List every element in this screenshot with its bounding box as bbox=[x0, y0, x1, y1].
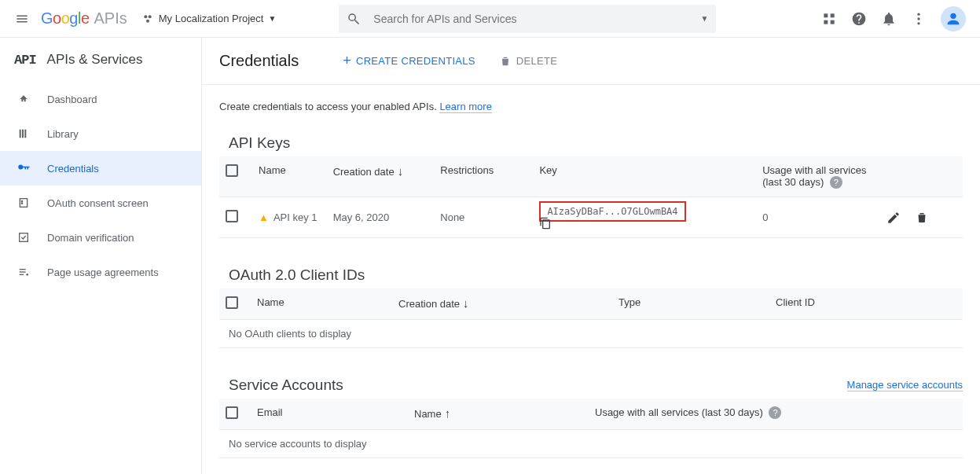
sidebar-item-label: Library bbox=[47, 128, 79, 140]
col-restrictions[interactable]: Restrictions bbox=[434, 156, 533, 197]
table-row: ▲API key 1 May 6, 2020 None AIzaSyDBaF..… bbox=[219, 197, 963, 238]
sidebar-header: API APIs & Services bbox=[0, 38, 201, 82]
key-icon bbox=[16, 160, 31, 176]
warning-icon: ▲ bbox=[259, 211, 269, 223]
svg-rect-14 bbox=[20, 199, 27, 208]
edit-icon[interactable] bbox=[886, 211, 901, 225]
sidebar-item-label: OAuth consent screen bbox=[47, 197, 149, 209]
select-all-checkbox[interactable] bbox=[226, 406, 238, 419]
col-key[interactable]: Key bbox=[533, 156, 756, 197]
svg-point-16 bbox=[21, 203, 22, 204]
content: Create credentials to access your enable… bbox=[202, 85, 980, 474]
search-icon bbox=[347, 12, 361, 26]
cell-creation: May 6, 2020 bbox=[327, 197, 435, 238]
intro-prefix: Create credentials to access your enable… bbox=[219, 101, 439, 112]
oauth-section: OAuth 2.0 Client IDs Name Creation date↓… bbox=[219, 266, 963, 348]
sidebar-item-label: Dashboard bbox=[47, 94, 97, 105]
search-dropdown-icon[interactable]: ▼ bbox=[700, 14, 708, 23]
select-all-checkbox[interactable] bbox=[226, 296, 238, 309]
learn-more-link[interactable]: Learn more bbox=[439, 101, 491, 113]
sidebar-item-credentials[interactable]: Credentials bbox=[0, 151, 201, 186]
trash-icon bbox=[499, 55, 512, 68]
row-checkbox[interactable] bbox=[226, 210, 238, 222]
col-usage[interactable]: Usage with all services (last 30 days) ? bbox=[756, 156, 880, 197]
project-icon bbox=[141, 13, 154, 25]
col-creation[interactable]: Creation date↓ bbox=[327, 156, 435, 197]
cell-name[interactable]: ▲API key 1 bbox=[252, 197, 327, 238]
svg-rect-18 bbox=[20, 269, 26, 270]
svg-rect-19 bbox=[20, 271, 26, 272]
svg-point-9 bbox=[917, 22, 919, 24]
delete-row-icon[interactable] bbox=[915, 211, 929, 225]
sidebar-item-library[interactable]: Library bbox=[0, 116, 201, 151]
svg-rect-12 bbox=[22, 130, 24, 138]
service-accounts-table: Email Name↑ Usage with all services (las… bbox=[219, 399, 963, 458]
bell-icon[interactable] bbox=[881, 11, 897, 27]
create-label: CREATE CREDENTIALS bbox=[356, 55, 475, 67]
plus-icon: + bbox=[343, 53, 351, 69]
manage-service-accounts-link[interactable]: Manage service accounts bbox=[847, 379, 963, 391]
select-all-checkbox[interactable] bbox=[226, 164, 238, 177]
help-circle-icon[interactable]: ? bbox=[830, 176, 842, 189]
api-keys-table: Name Creation date↓ Restrictions Key Usa… bbox=[219, 156, 963, 238]
avatar[interactable] bbox=[941, 6, 966, 31]
col-name[interactable]: Name↑ bbox=[408, 399, 589, 430]
col-type[interactable]: Type bbox=[612, 288, 769, 320]
sidebar-item-label: Domain verification bbox=[47, 232, 134, 244]
col-clientid[interactable]: Client ID bbox=[769, 288, 963, 320]
hamburger-icon[interactable] bbox=[6, 3, 38, 35]
sidebar: API APIs & Services Dashboard Library Cr… bbox=[0, 38, 202, 474]
sidebar-item-domain[interactable]: Domain verification bbox=[0, 220, 201, 255]
lines-icon bbox=[16, 264, 31, 280]
google-logo-text: Google bbox=[41, 9, 90, 28]
api-key-value: AIzaSyDBaF...O7GLOwmBA4 bbox=[539, 201, 685, 222]
api-keys-title: API Keys bbox=[219, 134, 290, 152]
sidebar-item-consent[interactable]: OAuth consent screen bbox=[0, 186, 201, 220]
dashboard-icon bbox=[16, 91, 31, 107]
col-name[interactable]: Name bbox=[251, 288, 392, 320]
project-name: My Localization Project bbox=[159, 13, 264, 24]
service-accounts-section: Service Accounts Manage service accounts… bbox=[219, 377, 963, 458]
library-icon bbox=[16, 126, 31, 141]
sort-up-icon: ↑ bbox=[445, 406, 451, 420]
gift-icon[interactable] bbox=[821, 11, 837, 27]
create-credentials-button[interactable]: + CREATE CREDENTIALS bbox=[343, 53, 475, 69]
top-bar: Google APIs My Localization Project ▼ ▼ bbox=[0, 0, 980, 38]
search-input[interactable] bbox=[373, 13, 700, 25]
help-icon[interactable] bbox=[851, 11, 867, 27]
col-email[interactable]: Email bbox=[251, 399, 408, 430]
intro-text: Create credentials to access your enable… bbox=[219, 101, 963, 112]
svg-point-7 bbox=[917, 13, 919, 15]
top-right-icons bbox=[821, 6, 966, 31]
service-accounts-title: Service Accounts bbox=[219, 377, 343, 394]
svg-rect-20 bbox=[20, 274, 24, 275]
oauth-title: OAuth 2.0 Client IDs bbox=[219, 266, 365, 284]
svg-rect-13 bbox=[24, 130, 26, 138]
sort-down-icon: ↓ bbox=[398, 164, 404, 178]
col-name[interactable]: Name bbox=[252, 156, 327, 197]
search-bar[interactable]: ▼ bbox=[339, 5, 716, 33]
svg-point-2 bbox=[146, 19, 149, 22]
svg-rect-3 bbox=[824, 13, 828, 17]
google-apis-logo: Google APIs bbox=[41, 9, 127, 28]
svg-point-15 bbox=[21, 200, 22, 201]
col-creation[interactable]: Creation date↓ bbox=[392, 288, 612, 320]
svg-rect-11 bbox=[20, 130, 21, 138]
svg-rect-17 bbox=[20, 233, 28, 242]
help-circle-icon[interactable]: ? bbox=[769, 406, 781, 419]
project-selector[interactable]: My Localization Project ▼ bbox=[141, 13, 277, 25]
cell-usage: 0 bbox=[756, 197, 880, 238]
page-title: Credentials bbox=[219, 52, 299, 70]
svg-rect-4 bbox=[831, 13, 835, 17]
shell: API APIs & Services Dashboard Library Cr… bbox=[0, 38, 980, 474]
svg-rect-6 bbox=[831, 20, 835, 24]
sidebar-item-label: Page usage agreements bbox=[47, 266, 159, 278]
empty-row: No OAuth clients to display bbox=[219, 320, 963, 348]
sidebar-item-dashboard[interactable]: Dashboard bbox=[0, 82, 201, 116]
col-usage[interactable]: Usage with all services (last 30 days) ? bbox=[589, 399, 963, 430]
page-header: Credentials + CREATE CREDENTIALS DELETE bbox=[202, 38, 980, 85]
more-vert-icon[interactable] bbox=[911, 11, 927, 27]
sidebar-item-agreements[interactable]: Page usage agreements bbox=[0, 255, 201, 289]
delete-button[interactable]: DELETE bbox=[499, 55, 557, 68]
svg-rect-5 bbox=[824, 20, 828, 24]
